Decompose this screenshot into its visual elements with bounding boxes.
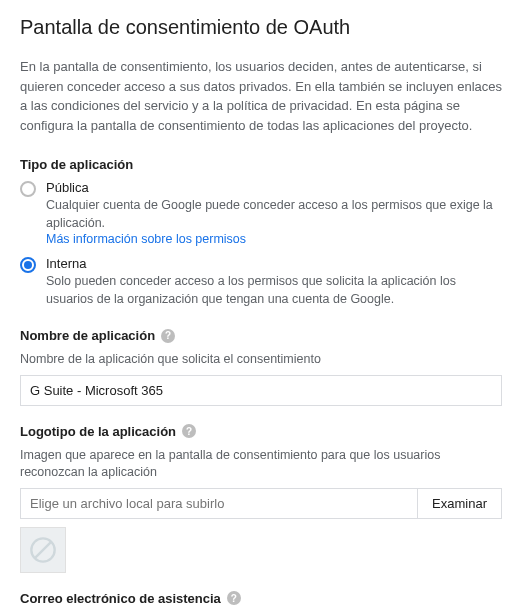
radio-icon — [20, 257, 36, 273]
app-name-input[interactable] — [20, 375, 502, 406]
app-type-radio-group: Pública Cualquier cuenta de Google puede… — [20, 180, 502, 308]
radio-public-label: Pública — [46, 180, 502, 195]
app-type-header-text: Tipo de aplicación — [20, 157, 133, 172]
app-name-header-text: Nombre de aplicación — [20, 328, 155, 343]
support-email-header: Correo electrónico de asistencia ? — [20, 591, 502, 606]
logo-file-row: Examinar — [20, 488, 502, 519]
radio-internal-desc: Solo pueden conceder acceso a los permis… — [46, 273, 502, 308]
support-email-header-text: Correo electrónico de asistencia — [20, 591, 221, 606]
app-name-header: Nombre de aplicación ? — [20, 328, 502, 343]
radio-option-public[interactable]: Pública Cualquier cuenta de Google puede… — [20, 180, 502, 246]
help-icon[interactable]: ? — [161, 329, 175, 343]
logo-desc: Imagen que aparece en la pantalla de con… — [20, 447, 502, 482]
browse-button[interactable]: Examinar — [417, 489, 501, 518]
radio-icon — [20, 181, 36, 197]
app-name-desc: Nombre de la aplicación que solicita el … — [20, 351, 502, 369]
help-icon[interactable]: ? — [227, 591, 241, 605]
radio-option-internal[interactable]: Interna Solo pueden conceder acceso a lo… — [20, 256, 502, 308]
radio-public-desc: Cualquier cuenta de Google puede concede… — [46, 197, 502, 232]
radio-internal-label: Interna — [46, 256, 502, 271]
svg-line-1 — [35, 541, 51, 557]
logo-header-text: Logotipo de la aplicación — [20, 424, 176, 439]
permissions-info-link[interactable]: Más información sobre los permisos — [46, 232, 502, 246]
logo-header: Logotipo de la aplicación ? — [20, 424, 502, 439]
help-icon[interactable]: ? — [182, 424, 196, 438]
app-type-header: Tipo de aplicación — [20, 157, 502, 172]
logo-file-input[interactable] — [21, 489, 417, 518]
logo-preview-placeholder — [20, 527, 66, 573]
intro-text: En la pantalla de consentimiento, los us… — [20, 57, 502, 135]
no-image-icon — [29, 536, 57, 564]
page-title: Pantalla de consentimiento de OAuth — [20, 16, 502, 39]
